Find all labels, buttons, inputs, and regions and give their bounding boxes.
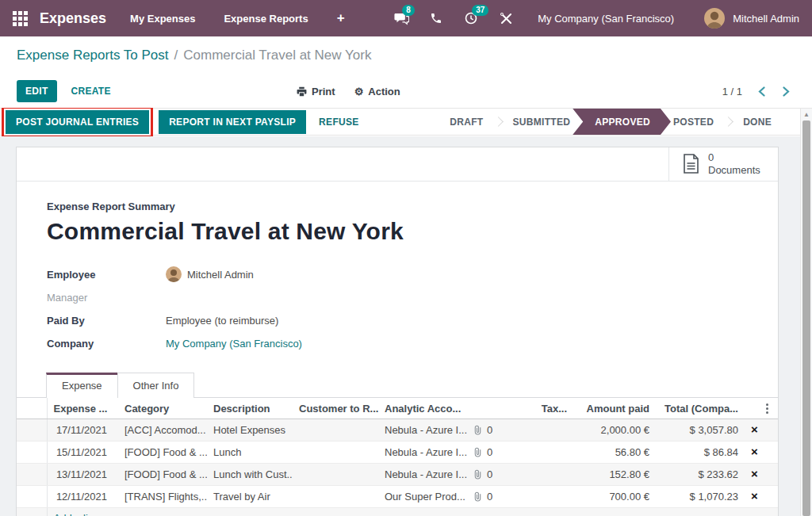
plus-menu-icon[interactable]: + xyxy=(337,10,345,26)
cell-category[interactable]: [ACC] Accomod... xyxy=(118,419,207,441)
add-a-line-row[interactable]: Add a line xyxy=(17,508,778,516)
header-category[interactable]: Category xyxy=(118,398,207,419)
cell-total[interactable]: $ 233.62 xyxy=(656,464,745,486)
cell-description[interactable]: Hotel Expenses xyxy=(207,419,293,441)
step-submitted[interactable]: SUBMITTED xyxy=(504,117,580,128)
cell-date[interactable]: 13/11/2021 xyxy=(47,464,118,486)
page-title: Commercial Travel at New York xyxy=(47,218,778,245)
step-draft[interactable]: DRAFT xyxy=(441,117,492,128)
cell-date[interactable]: 12/11/2021 xyxy=(47,486,118,508)
cell-customer[interactable] xyxy=(293,486,378,508)
messages-icon[interactable]: 8 xyxy=(393,10,409,26)
breadcrumb-parent[interactable]: Expense Reports To Post xyxy=(17,48,169,63)
cell-customer[interactable] xyxy=(293,419,378,441)
cell-attachments[interactable]: 0 xyxy=(467,486,502,508)
document-icon xyxy=(683,154,699,174)
cell-analytic[interactable]: Nebula - Azure I... xyxy=(378,464,467,486)
action-button[interactable]: ⚙ Action xyxy=(354,86,400,97)
delete-row-icon[interactable]: × xyxy=(751,424,758,434)
cell-total[interactable]: $ 1,070.23 xyxy=(656,486,745,508)
step-approved[interactable]: APPROVED xyxy=(573,109,671,135)
header-analytic-account[interactable]: Analytic Acco... xyxy=(378,398,467,419)
tab-expense[interactable]: Expense xyxy=(46,373,118,398)
delete-row-icon[interactable]: × xyxy=(751,446,758,457)
step-chevron-icon xyxy=(493,117,504,127)
cell-category[interactable]: [FOOD] Food & ... xyxy=(118,464,207,486)
cell-analytic[interactable]: Nebula - Azure I... xyxy=(378,419,467,441)
vertical-scrollbar[interactable]: ▲ xyxy=(800,109,812,516)
cell-date[interactable]: 15/11/2021 xyxy=(47,441,118,464)
cell-attachments[interactable]: 0 xyxy=(467,419,502,441)
header-taxes[interactable]: Tax... xyxy=(502,398,573,419)
cell-amount-paid[interactable]: 56.80 € xyxy=(573,441,656,464)
cell-description[interactable]: Lunch xyxy=(207,441,293,464)
cell-taxes[interactable] xyxy=(502,464,573,486)
table-row[interactable]: 12/11/2021 [TRANS] Flights,... Travel by… xyxy=(17,486,778,508)
table-row[interactable]: 13/11/2021 [FOOD] Food & ... Lunch with … xyxy=(17,464,778,486)
cell-description[interactable]: Lunch with Cust... xyxy=(207,464,293,486)
cell-amount-paid[interactable]: 152.80 € xyxy=(573,464,656,486)
cell-delete[interactable]: × xyxy=(745,441,778,464)
tools-icon[interactable] xyxy=(498,10,514,26)
header-amount-paid[interactable]: Amount paid xyxy=(573,398,656,419)
apps-grid-icon[interactable] xyxy=(13,11,28,26)
cell-analytic[interactable]: Our Super Prod... xyxy=(378,486,467,508)
step-posted[interactable]: POSTED xyxy=(665,117,722,128)
cell-date[interactable]: 17/11/2021 xyxy=(47,419,118,441)
menu-my-expenses[interactable]: My Expenses xyxy=(130,13,195,25)
user-menu[interactable]: Mitchell Admin xyxy=(733,13,799,25)
delete-row-icon[interactable]: × xyxy=(751,468,758,479)
header-expense-date[interactable]: Expense ... xyxy=(47,398,118,419)
cell-taxes[interactable] xyxy=(502,419,573,441)
edit-button[interactable]: EDIT xyxy=(17,80,57,102)
cell-taxes[interactable] xyxy=(502,486,573,508)
messages-badge: 8 xyxy=(402,5,415,16)
step-done[interactable]: DONE xyxy=(734,117,780,128)
post-journal-entries-button[interactable]: POST JOURNAL ENTRIES xyxy=(6,110,149,134)
cell-total[interactable]: $ 86.84 xyxy=(656,441,745,464)
header-description[interactable]: Description xyxy=(207,398,293,419)
tab-other-info[interactable]: Other Info xyxy=(117,373,195,398)
pager-previous-icon[interactable] xyxy=(758,86,765,97)
user-avatar[interactable] xyxy=(704,8,725,29)
scroll-up-icon[interactable]: ▲ xyxy=(801,109,812,120)
cell-customer[interactable] xyxy=(293,441,378,464)
cell-description[interactable]: Travel by Air xyxy=(207,486,293,508)
pager-next-icon[interactable] xyxy=(783,86,790,97)
add-a-line-link[interactable]: Add a line xyxy=(47,508,778,516)
cell-attachments[interactable]: 0 xyxy=(467,441,502,464)
employee-value[interactable]: Mitchell Admin xyxy=(166,266,778,282)
header-customer[interactable]: Customer to R... xyxy=(293,398,378,419)
refuse-button[interactable]: REFUSE xyxy=(319,117,358,128)
app-name[interactable]: Expenses xyxy=(40,10,106,27)
delete-row-icon[interactable]: × xyxy=(751,491,758,501)
table-row[interactable]: 17/11/2021 [ACC] Accomod... Hotel Expens… xyxy=(17,419,778,441)
cell-category[interactable]: [TRANS] Flights,... xyxy=(118,486,207,508)
activities-clock-icon[interactable]: 37 xyxy=(463,10,479,26)
company-value[interactable]: My Company (San Francisco) xyxy=(166,335,778,351)
company-switcher[interactable]: My Company (San Francisco) xyxy=(538,13,674,25)
scrollbar-thumb[interactable] xyxy=(802,120,810,516)
cell-amount-paid[interactable]: 700.00 € xyxy=(573,486,656,508)
report-in-next-payslip-button[interactable]: REPORT IN NEXT PAYSLIP xyxy=(159,110,306,134)
cell-delete[interactable]: × xyxy=(745,486,778,508)
cell-analytic[interactable]: Nebula - Azure I... xyxy=(378,441,467,464)
cell-attachments[interactable]: 0 xyxy=(467,464,502,486)
cell-amount-paid[interactable]: 2,000.00 € xyxy=(573,419,656,441)
cell-delete[interactable]: × xyxy=(745,464,778,486)
table-row[interactable]: 15/11/2021 [FOOD] Food & ... Lunch Nebul… xyxy=(17,441,778,464)
cell-delete[interactable]: × xyxy=(745,419,778,441)
phone-icon[interactable] xyxy=(428,10,444,26)
cell-category[interactable]: [FOOD] Food & ... xyxy=(118,441,207,464)
optional-columns-toggle[interactable] xyxy=(745,398,778,419)
print-button[interactable]: Print xyxy=(297,86,335,97)
header-total[interactable]: Total (Compa... xyxy=(656,398,745,419)
menu-expense-reports[interactable]: Expense Reports xyxy=(224,13,308,25)
cell-total[interactable]: $ 3,057.80 xyxy=(656,419,745,441)
status-steps: DRAFT SUBMITTED APPROVED POSTED DONE xyxy=(441,109,780,135)
cell-taxes[interactable] xyxy=(502,441,573,464)
documents-button[interactable]: 0 Documents xyxy=(668,147,778,181)
cell-customer[interactable] xyxy=(293,464,378,486)
manager-value[interactable] xyxy=(166,289,778,305)
create-button[interactable]: CREATE xyxy=(71,86,111,97)
